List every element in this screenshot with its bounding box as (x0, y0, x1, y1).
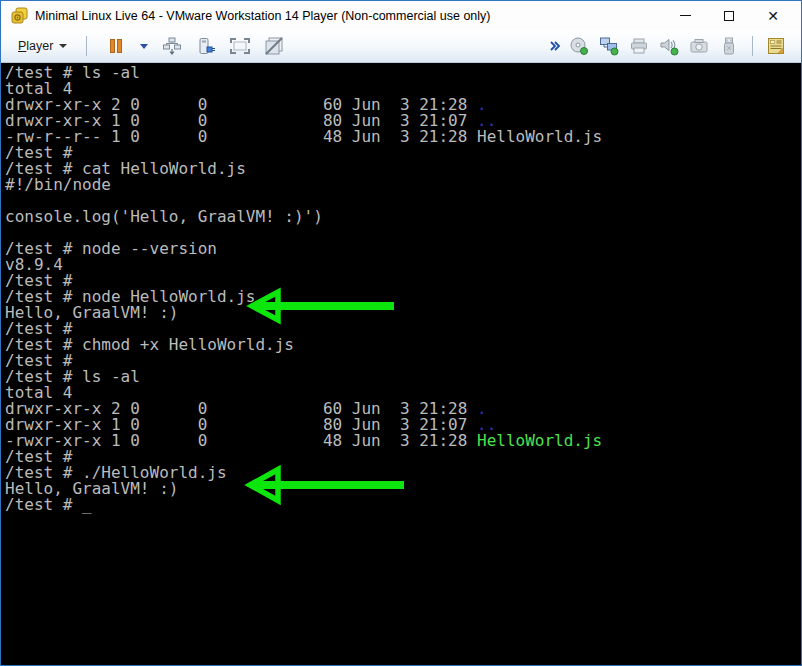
close-button[interactable]: ✕ (751, 2, 795, 30)
title-bar: Minimal Linux Live 64 - VMware Workstati… (1, 1, 801, 30)
printer-icon (629, 36, 649, 56)
network-adapter-icon (599, 36, 619, 56)
vmware-player-window: Minimal Linux Live 64 - VMware Workstati… (0, 0, 802, 666)
terminal-line: /test # chmod +x HelloWorld.js (5, 337, 800, 353)
expand-chevron-icon (549, 40, 561, 52)
sound-device-button[interactable] (656, 33, 682, 59)
pause-vm-button[interactable] (103, 33, 129, 59)
toolbar: Player (1, 30, 801, 63)
player-menu-caret-icon (59, 44, 67, 48)
usb-icon (719, 36, 739, 56)
cd-dvd-icon (569, 36, 589, 56)
unity-icon (264, 36, 284, 56)
toolbar-separator (86, 36, 87, 56)
player-menu-label: Player (18, 39, 53, 53)
sound-icon (659, 36, 679, 56)
vmware-player-app-icon (11, 7, 28, 24)
pause-icon (108, 38, 124, 54)
player-menu-button[interactable]: Player (11, 35, 74, 57)
camera-icon (689, 36, 709, 56)
terminal-line: -rw-r--r-- 1 0 0 48 Jun 3 21:28 HelloWor… (5, 129, 800, 145)
expand-toolbar-button[interactable] (548, 33, 562, 59)
usb-device-button[interactable] (716, 33, 742, 59)
minimize-button[interactable] (663, 2, 707, 30)
unity-mode-button[interactable] (261, 33, 287, 59)
maximize-icon (724, 11, 734, 21)
pause-dropdown-arrow-icon (139, 42, 149, 50)
terminal-line: /test # cat HelloWorld.js (5, 161, 800, 177)
terminal-cursor: _ (82, 495, 92, 514)
tray-separator (752, 36, 753, 56)
terminal-line: v8.9.4 (5, 257, 800, 273)
send-ctrl-alt-del-button[interactable] (159, 33, 185, 59)
library-sidebar-icon (766, 36, 786, 56)
terminal-line: /test # ls -al (5, 65, 800, 81)
power-options-dropdown[interactable] (137, 33, 151, 59)
window-title: Minimal Linux Live 64 - VMware Workstati… (35, 9, 491, 23)
terminal-line: console.log('Hello, GraalVM! :)') (5, 209, 800, 225)
manage-devices-button[interactable] (193, 33, 219, 59)
maximize-button[interactable] (707, 2, 751, 30)
removable-devices-icon (196, 36, 216, 56)
fullscreen-icon (229, 37, 251, 55)
terminal-line: /test # _ (5, 497, 800, 513)
terminal-line: #!/bin/node (5, 177, 800, 193)
terminal-line: -rwxr-xr-x 1 0 0 48 Jun 3 21:28 HelloWor… (5, 433, 800, 449)
vm-console-screen[interactable]: /test # ls -altotal 4drwxr-xr-x 2 0 0 60… (2, 64, 800, 664)
status-icon-tray (546, 33, 791, 59)
fullscreen-button[interactable] (227, 33, 253, 59)
printer-device-button[interactable] (626, 33, 652, 59)
terminal-line: Hello, GraalVM! :) (5, 305, 800, 321)
cd-dvd-device-button[interactable] (566, 33, 592, 59)
camera-device-button[interactable] (686, 33, 712, 59)
terminal-line: /test # node --version (5, 241, 800, 257)
close-icon: ✕ (767, 9, 779, 23)
network-adapter-button[interactable] (596, 33, 622, 59)
ctrl-alt-del-icon (162, 36, 182, 56)
show-library-button[interactable] (763, 33, 789, 59)
terminal-line: Hello, GraalVM! :) (5, 481, 800, 497)
minimize-icon (680, 15, 691, 16)
terminal-line: /test # ls -al (5, 369, 800, 385)
